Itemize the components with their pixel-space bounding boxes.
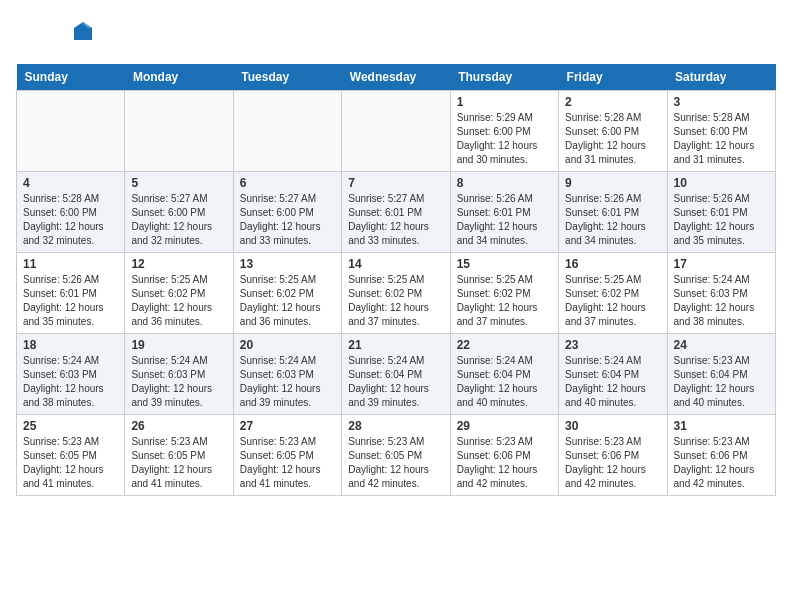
cell-info-text: Sunrise: 5:26 AM Sunset: 6:01 PM Dayligh…: [674, 192, 769, 248]
cell-date-number: 11: [23, 257, 118, 271]
calendar-cell: 4Sunrise: 5:28 AM Sunset: 6:00 PM Daylig…: [17, 172, 125, 253]
cell-date-number: 30: [565, 419, 660, 433]
cell-info-text: Sunrise: 5:23 AM Sunset: 6:04 PM Dayligh…: [674, 354, 769, 410]
calendar-cell: [342, 91, 450, 172]
calendar-cell: 13Sunrise: 5:25 AM Sunset: 6:02 PM Dayli…: [233, 253, 341, 334]
calendar-cell: 17Sunrise: 5:24 AM Sunset: 6:03 PM Dayli…: [667, 253, 775, 334]
calendar-cell: [233, 91, 341, 172]
cell-info-text: Sunrise: 5:24 AM Sunset: 6:04 PM Dayligh…: [565, 354, 660, 410]
cell-info-text: Sunrise: 5:24 AM Sunset: 6:03 PM Dayligh…: [240, 354, 335, 410]
logo-icon: [72, 20, 94, 42]
calendar-cell: 28Sunrise: 5:23 AM Sunset: 6:05 PM Dayli…: [342, 415, 450, 496]
week-row-3: 11Sunrise: 5:26 AM Sunset: 6:01 PM Dayli…: [17, 253, 776, 334]
cell-date-number: 31: [674, 419, 769, 433]
day-header-sunday: Sunday: [17, 64, 125, 91]
cell-date-number: 2: [565, 95, 660, 109]
cell-date-number: 4: [23, 176, 118, 190]
cell-info-text: Sunrise: 5:24 AM Sunset: 6:03 PM Dayligh…: [23, 354, 118, 410]
cell-date-number: 8: [457, 176, 552, 190]
cell-info-text: Sunrise: 5:25 AM Sunset: 6:02 PM Dayligh…: [131, 273, 226, 329]
calendar-cell: 2Sunrise: 5:28 AM Sunset: 6:00 PM Daylig…: [559, 91, 667, 172]
cell-date-number: 21: [348, 338, 443, 352]
cell-date-number: 19: [131, 338, 226, 352]
cell-info-text: Sunrise: 5:27 AM Sunset: 6:00 PM Dayligh…: [131, 192, 226, 248]
cell-info-text: Sunrise: 5:26 AM Sunset: 6:01 PM Dayligh…: [565, 192, 660, 248]
header: [16, 16, 776, 56]
cell-info-text: Sunrise: 5:28 AM Sunset: 6:00 PM Dayligh…: [23, 192, 118, 248]
cell-info-text: Sunrise: 5:24 AM Sunset: 6:03 PM Dayligh…: [674, 273, 769, 329]
week-row-1: 1Sunrise: 5:29 AM Sunset: 6:00 PM Daylig…: [17, 91, 776, 172]
calendar-cell: 22Sunrise: 5:24 AM Sunset: 6:04 PM Dayli…: [450, 334, 558, 415]
cell-info-text: Sunrise: 5:25 AM Sunset: 6:02 PM Dayligh…: [348, 273, 443, 329]
svg-marker-0: [74, 22, 92, 40]
day-header-saturday: Saturday: [667, 64, 775, 91]
cell-info-text: Sunrise: 5:23 AM Sunset: 6:06 PM Dayligh…: [457, 435, 552, 491]
cell-date-number: 13: [240, 257, 335, 271]
calendar-cell: 14Sunrise: 5:25 AM Sunset: 6:02 PM Dayli…: [342, 253, 450, 334]
cell-date-number: 14: [348, 257, 443, 271]
calendar-cell: 25Sunrise: 5:23 AM Sunset: 6:05 PM Dayli…: [17, 415, 125, 496]
calendar-cell: 12Sunrise: 5:25 AM Sunset: 6:02 PM Dayli…: [125, 253, 233, 334]
calendar-cell: [17, 91, 125, 172]
cell-date-number: 20: [240, 338, 335, 352]
calendar-cell: 11Sunrise: 5:26 AM Sunset: 6:01 PM Dayli…: [17, 253, 125, 334]
week-row-2: 4Sunrise: 5:28 AM Sunset: 6:00 PM Daylig…: [17, 172, 776, 253]
calendar-table: SundayMondayTuesdayWednesdayThursdayFrid…: [16, 64, 776, 496]
calendar-cell: 26Sunrise: 5:23 AM Sunset: 6:05 PM Dayli…: [125, 415, 233, 496]
day-header-wednesday: Wednesday: [342, 64, 450, 91]
cell-date-number: 27: [240, 419, 335, 433]
cell-date-number: 5: [131, 176, 226, 190]
cell-date-number: 15: [457, 257, 552, 271]
calendar-cell: 20Sunrise: 5:24 AM Sunset: 6:03 PM Dayli…: [233, 334, 341, 415]
cell-date-number: 28: [348, 419, 443, 433]
cell-date-number: 3: [674, 95, 769, 109]
calendar-cell: 31Sunrise: 5:23 AM Sunset: 6:06 PM Dayli…: [667, 415, 775, 496]
calendar-cell: 23Sunrise: 5:24 AM Sunset: 6:04 PM Dayli…: [559, 334, 667, 415]
cell-info-text: Sunrise: 5:23 AM Sunset: 6:05 PM Dayligh…: [23, 435, 118, 491]
cell-info-text: Sunrise: 5:23 AM Sunset: 6:06 PM Dayligh…: [565, 435, 660, 491]
calendar-cell: 16Sunrise: 5:25 AM Sunset: 6:02 PM Dayli…: [559, 253, 667, 334]
calendar-cell: 7Sunrise: 5:27 AM Sunset: 6:01 PM Daylig…: [342, 172, 450, 253]
calendar-cell: 15Sunrise: 5:25 AM Sunset: 6:02 PM Dayli…: [450, 253, 558, 334]
calendar-cell: 5Sunrise: 5:27 AM Sunset: 6:00 PM Daylig…: [125, 172, 233, 253]
calendar-cell: 27Sunrise: 5:23 AM Sunset: 6:05 PM Dayli…: [233, 415, 341, 496]
calendar-cell: 1Sunrise: 5:29 AM Sunset: 6:00 PM Daylig…: [450, 91, 558, 172]
cell-info-text: Sunrise: 5:25 AM Sunset: 6:02 PM Dayligh…: [565, 273, 660, 329]
cell-info-text: Sunrise: 5:26 AM Sunset: 6:01 PM Dayligh…: [457, 192, 552, 248]
cell-date-number: 6: [240, 176, 335, 190]
calendar-cell: 10Sunrise: 5:26 AM Sunset: 6:01 PM Dayli…: [667, 172, 775, 253]
calendar-cell: 18Sunrise: 5:24 AM Sunset: 6:03 PM Dayli…: [17, 334, 125, 415]
week-row-5: 25Sunrise: 5:23 AM Sunset: 6:05 PM Dayli…: [17, 415, 776, 496]
logo: [16, 16, 76, 56]
cell-date-number: 17: [674, 257, 769, 271]
cell-info-text: Sunrise: 5:25 AM Sunset: 6:02 PM Dayligh…: [457, 273, 552, 329]
cell-info-text: Sunrise: 5:24 AM Sunset: 6:04 PM Dayligh…: [457, 354, 552, 410]
cell-date-number: 26: [131, 419, 226, 433]
cell-date-number: 29: [457, 419, 552, 433]
cell-date-number: 22: [457, 338, 552, 352]
cell-info-text: Sunrise: 5:24 AM Sunset: 6:03 PM Dayligh…: [131, 354, 226, 410]
calendar-cell: 24Sunrise: 5:23 AM Sunset: 6:04 PM Dayli…: [667, 334, 775, 415]
cell-info-text: Sunrise: 5:27 AM Sunset: 6:00 PM Dayligh…: [240, 192, 335, 248]
calendar-cell: 21Sunrise: 5:24 AM Sunset: 6:04 PM Dayli…: [342, 334, 450, 415]
cell-date-number: 18: [23, 338, 118, 352]
cell-date-number: 9: [565, 176, 660, 190]
day-header-thursday: Thursday: [450, 64, 558, 91]
cell-info-text: Sunrise: 5:23 AM Sunset: 6:05 PM Dayligh…: [240, 435, 335, 491]
cell-date-number: 10: [674, 176, 769, 190]
cell-info-text: Sunrise: 5:28 AM Sunset: 6:00 PM Dayligh…: [674, 111, 769, 167]
calendar-cell: 29Sunrise: 5:23 AM Sunset: 6:06 PM Dayli…: [450, 415, 558, 496]
header-row: SundayMondayTuesdayWednesdayThursdayFrid…: [17, 64, 776, 91]
cell-info-text: Sunrise: 5:27 AM Sunset: 6:01 PM Dayligh…: [348, 192, 443, 248]
cell-info-text: Sunrise: 5:24 AM Sunset: 6:04 PM Dayligh…: [348, 354, 443, 410]
cell-date-number: 1: [457, 95, 552, 109]
cell-date-number: 16: [565, 257, 660, 271]
cell-info-text: Sunrise: 5:23 AM Sunset: 6:06 PM Dayligh…: [674, 435, 769, 491]
day-header-tuesday: Tuesday: [233, 64, 341, 91]
cell-date-number: 25: [23, 419, 118, 433]
cell-info-text: Sunrise: 5:23 AM Sunset: 6:05 PM Dayligh…: [348, 435, 443, 491]
calendar-cell: [125, 91, 233, 172]
calendar-cell: 8Sunrise: 5:26 AM Sunset: 6:01 PM Daylig…: [450, 172, 558, 253]
calendar-cell: 3Sunrise: 5:28 AM Sunset: 6:00 PM Daylig…: [667, 91, 775, 172]
cell-date-number: 12: [131, 257, 226, 271]
